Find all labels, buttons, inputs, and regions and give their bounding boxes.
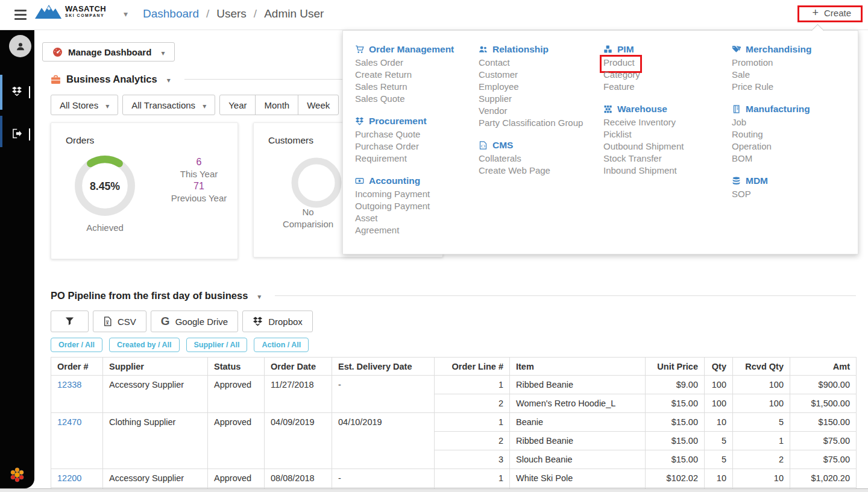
menu-section-pim: PIM Product Category Feature [603, 43, 727, 93]
order-link[interactable]: 12338 [57, 380, 81, 390]
menu-section-order-management: Order Management Sales Order Create Retu… [355, 43, 479, 105]
chevron-down-icon [198, 100, 206, 110]
menu-item[interactable]: Customer [479, 69, 602, 81]
menu-item[interactable]: Inbound Shipment [603, 165, 727, 177]
bottom-scroll-strip [0, 488, 868, 492]
menu-item[interactable]: Sales Return [355, 81, 479, 93]
menu-item[interactable]: Create Return [355, 69, 479, 81]
chip-action-all[interactable]: Action / All [254, 338, 309, 352]
chevron-down-icon[interactable] [253, 290, 261, 301]
menu-item[interactable]: Contact [479, 57, 602, 69]
chevron-down-icon [157, 47, 165, 57]
menu-item[interactable]: Asset [355, 212, 479, 224]
sidebar-indicator-light-blue [0, 75, 2, 110]
money-icon [355, 177, 364, 185]
previous-year-value: 71 [159, 180, 239, 192]
menu-item[interactable]: Operation [732, 140, 855, 153]
chevron-down-icon [101, 100, 109, 110]
menu-item[interactable]: Sales Quote [355, 93, 479, 105]
filter-button[interactable] [51, 311, 89, 332]
menu-item[interactable]: Party Classification Group [479, 117, 602, 129]
previous-year-label: Previous Year [159, 192, 239, 204]
export-csv-button[interactable]: x CSV [93, 311, 146, 332]
sidebar-dropbox-icon[interactable] [11, 86, 22, 96]
create-button[interactable]: + Create [812, 7, 851, 18]
menu-item[interactable]: Promotion [732, 57, 855, 69]
export-google-drive-button[interactable]: G Google Drive [151, 311, 238, 332]
menu-item[interactable]: Routing [732, 128, 855, 140]
orders-card: Orders 8.45% Achieved 6 This Year 71 Pre… [51, 122, 238, 259]
col-rcvd-qty: Rcvd Qty [733, 358, 790, 376]
menu-item[interactable]: Job [732, 116, 855, 128]
sidebar-sign-out-icon[interactable] [11, 128, 22, 139]
orders-stats: 6 This Year 71 Previous Year [159, 156, 239, 204]
orders-card-title: Orders [66, 135, 94, 146]
po-table: Order # Supplier Status Order Date Est. … [51, 357, 857, 490]
all-stores-dropdown[interactable]: All Stores [51, 95, 118, 115]
person-icon [15, 41, 26, 52]
hamburger-menu-icon[interactable] [14, 10, 27, 20]
chip-created-by-all[interactable]: Created by / All [109, 338, 180, 352]
menu-item[interactable]: Price Rule [732, 81, 855, 93]
all-transactions-dropdown[interactable]: All Transactions [122, 95, 215, 115]
menu-section-merchandising: Merchandising Promotion Sale Price Rule [732, 43, 855, 93]
menu-item[interactable]: Create Web Page [479, 165, 602, 177]
menu-item[interactable]: Sales Order [355, 57, 479, 69]
menu-item[interactable]: Stock Transfer [603, 153, 727, 165]
google-g-icon: G [161, 315, 170, 328]
menu-section-cms: CMS Collaterals Create Web Page [479, 139, 602, 177]
brand-subname: SKI COMPANY [65, 14, 106, 18]
menu-item[interactable]: Sale [732, 69, 855, 81]
period-week-button[interactable]: Week [298, 95, 339, 115]
section-title: Business Analytics [66, 74, 157, 85]
chip-order-all[interactable]: Order / All [51, 338, 102, 352]
period-year-button[interactable]: Year [219, 95, 256, 115]
breadcrumb-dashboard[interactable]: Dashboard [143, 7, 199, 20]
customers-card-title: Customers [268, 135, 313, 146]
menu-item[interactable]: Picklist [603, 128, 727, 140]
menu-item[interactable]: Outgoing Payment [355, 200, 479, 212]
orders-percent-label: 8.45% [90, 180, 120, 192]
menu-item[interactable]: Supplier [479, 93, 602, 105]
table-row: 12200 Accessory Supplier Approved 08/08/… [51, 469, 857, 488]
top-bar: WASATCH SKI COMPANY Dashboard / Users / … [0, 0, 868, 30]
menu-item[interactable]: Incoming Payment [355, 188, 479, 200]
order-link[interactable]: 12470 [57, 417, 81, 427]
menu-item[interactable]: Requirement [355, 153, 479, 165]
dropbox-icon [355, 117, 364, 125]
chevron-down-icon[interactable] [163, 74, 171, 85]
brand-logo[interactable]: WASATCH SKI COMPANY [35, 4, 106, 19]
menu-item-product[interactable]: Product [603, 57, 727, 69]
funnel-icon [65, 317, 74, 326]
menu-item[interactable]: Outbound Shipment [603, 140, 727, 153]
menu-item[interactable]: SOP [732, 188, 855, 200]
order-link[interactable]: 12200 [57, 473, 81, 483]
menu-item[interactable]: Receive Inventory [603, 116, 727, 128]
menu-item[interactable]: Vendor [479, 105, 602, 117]
breadcrumb-admin-user: Admin User [264, 7, 324, 20]
menu-item[interactable]: Purchase Quote [355, 128, 479, 140]
manage-dashboard-button[interactable]: Manage Dashboard [42, 42, 175, 62]
flower-logo-icon[interactable] [9, 467, 25, 483]
export-dropbox-button[interactable]: Dropbox [242, 311, 313, 332]
chip-supplier-all[interactable]: Supplier / All [186, 338, 248, 352]
menu-item[interactable]: Employee [479, 81, 602, 93]
col-qty: Qty [705, 358, 733, 376]
menu-item[interactable]: Feature [603, 81, 727, 93]
gauge-icon [52, 47, 63, 57]
menu-item[interactable]: Category [603, 69, 727, 81]
period-month-button[interactable]: Month [255, 95, 298, 115]
brand-chevron-down-icon[interactable] [124, 8, 128, 19]
menu-item[interactable]: Agreement [355, 224, 479, 236]
col-order-date: Order Date [265, 358, 332, 376]
menu-item[interactable]: Collaterals [479, 153, 602, 165]
menu-item[interactable]: Purchase Order [355, 140, 479, 153]
menu-item[interactable]: BOM [732, 153, 855, 165]
sidebar-indicator-dark-blue [0, 116, 2, 147]
user-avatar[interactable] [9, 35, 31, 57]
dropbox-icon [253, 317, 263, 326]
col-item: Item [510, 358, 646, 376]
col-order-no: Order # [51, 358, 103, 376]
table-row: 12470 Clothing Supplier Approved 04/09/2… [51, 413, 857, 432]
po-pipeline-title: PO Pipeline from the first day of busine… [51, 290, 248, 301]
